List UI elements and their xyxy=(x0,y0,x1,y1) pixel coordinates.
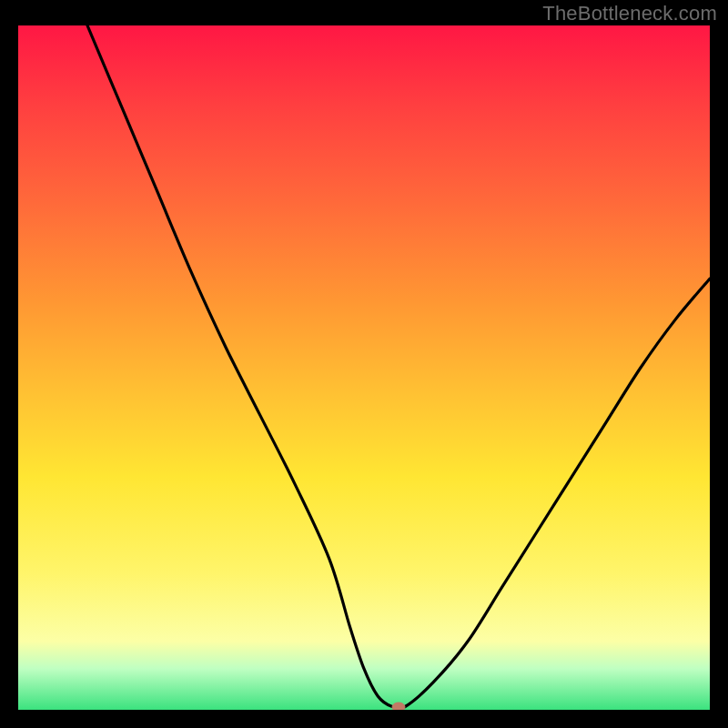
plot-area xyxy=(18,25,710,710)
bottleneck-curve-path xyxy=(87,25,710,709)
watermark-text: TheBottleneck.com xyxy=(542,2,717,25)
curve-svg xyxy=(18,25,710,710)
optimum-marker xyxy=(392,703,405,710)
chart-frame: TheBottleneck.com xyxy=(0,0,728,728)
